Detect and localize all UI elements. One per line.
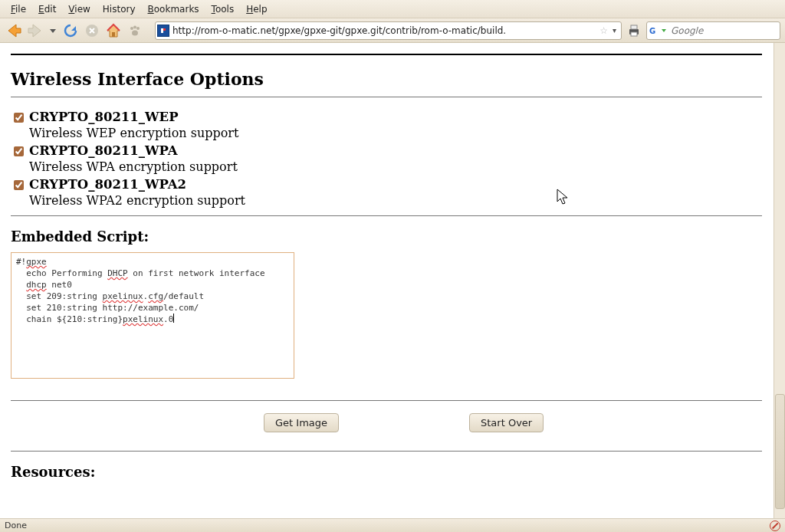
section-heading-script: Embedded Script: — [11, 228, 774, 245]
search-input[interactable] — [668, 25, 785, 36]
option-desc: Wireless WPA encryption support — [29, 159, 238, 174]
url-dropdown-icon[interactable]: ▾ — [609, 26, 619, 34]
embedded-script-textarea[interactable]: #!gpxe echo Performing DHCP on first net… — [11, 252, 294, 379]
menubar: File Edit View History Bookmarks Tools H… — [0, 0, 785, 18]
option-label: CRYPTO_80211_WPA — [29, 143, 238, 158]
status-bar: Done — [0, 518, 785, 532]
menu-tools-label: ools — [215, 4, 234, 15]
svg-point-4 — [136, 27, 140, 30]
page-content: Wireless Interface Options CRYPTO_80211_… — [0, 43, 774, 518]
get-image-button[interactable]: Get Image — [264, 413, 339, 432]
option-desc: Wireless WPA2 encryption support — [29, 193, 245, 208]
section-heading-resources: Resources: — [11, 464, 774, 480]
menu-edit-label: dit — [44, 4, 57, 15]
back-button[interactable] — [5, 21, 23, 40]
stop-button[interactable] — [83, 21, 101, 40]
menu-history-label: History — [103, 4, 136, 15]
option-row: CRYPTO_80211_WEP Wireless WEP encryption… — [11, 110, 774, 140]
option-label: CRYPTO_80211_WEP — [29, 110, 238, 124]
search-bar: G — [646, 21, 780, 40]
section-heading-wireless: Wireless Interface Options — [11, 69, 774, 89]
svg-rect-11 — [631, 32, 637, 36]
paw-icon[interactable] — [126, 21, 144, 40]
menu-view[interactable]: View — [62, 2, 96, 16]
menu-view-label: iew — [74, 4, 90, 15]
url-input[interactable] — [169, 25, 598, 36]
option-checkbox-wep[interactable] — [14, 113, 24, 123]
print-button[interactable] — [625, 21, 643, 40]
option-row: CRYPTO_80211_WPA Wireless WPA encryption… — [11, 143, 774, 174]
menu-bookmarks-label: ookmarks — [154, 4, 199, 15]
option-list: CRYPTO_80211_WEP Wireless WEP encryption… — [11, 110, 774, 208]
divider — [11, 97, 762, 97]
search-engine-selector[interactable]: G — [649, 25, 668, 36]
text-cursor — [173, 314, 174, 323]
menu-edit[interactable]: Edit — [32, 2, 62, 16]
svg-rect-7 — [161, 28, 163, 33]
bookmark-star-icon[interactable]: ☆ — [598, 25, 609, 36]
option-desc: Wireless WEP encryption support — [29, 126, 238, 140]
option-row: CRYPTO_80211_WPA2 Wireless WPA2 encrypti… — [11, 177, 774, 208]
forward-button[interactable] — [26, 21, 44, 40]
menu-file-label: ile — [15, 4, 26, 15]
scrollbar-thumb[interactable] — [775, 394, 785, 509]
url-bar: ☆ ▾ — [155, 21, 622, 40]
svg-point-3 — [133, 25, 136, 28]
svg-point-5 — [132, 30, 138, 35]
menu-file[interactable]: File — [5, 2, 32, 16]
svg-rect-8 — [163, 28, 166, 31]
toolbar: ☆ ▾ G — [0, 18, 785, 43]
menu-history[interactable]: History — [97, 2, 142, 16]
divider — [11, 451, 762, 452]
vertical-scrollbar[interactable] — [774, 43, 785, 518]
status-text: Done — [5, 521, 27, 530]
home-button[interactable] — [104, 21, 123, 40]
content-viewport: Wireless Interface Options CRYPTO_80211_… — [0, 43, 785, 518]
svg-rect-10 — [631, 25, 637, 29]
recent-pages-dropdown[interactable] — [48, 21, 58, 40]
option-checkbox-wpa2[interactable] — [14, 180, 24, 190]
start-over-button[interactable]: Start Over — [469, 413, 544, 432]
site-favicon — [157, 25, 169, 37]
menu-bookmarks[interactable]: Bookmarks — [142, 2, 205, 16]
menu-tools[interactable]: Tools — [205, 2, 241, 16]
menu-help-label: elp — [253, 4, 267, 15]
divider — [11, 215, 762, 216]
reload-button[interactable] — [61, 21, 80, 40]
button-row: Get Image Start Over — [264, 413, 774, 432]
svg-text:G: G — [649, 27, 655, 35]
svg-rect-1 — [112, 32, 115, 37]
option-checkbox-wpa[interactable] — [14, 146, 24, 156]
noscript-icon[interactable] — [770, 521, 780, 531]
divider — [11, 54, 762, 55]
menu-help[interactable]: Help — [240, 2, 273, 16]
option-label: CRYPTO_80211_WPA2 — [29, 177, 245, 192]
divider — [11, 400, 762, 401]
svg-point-2 — [130, 27, 133, 30]
